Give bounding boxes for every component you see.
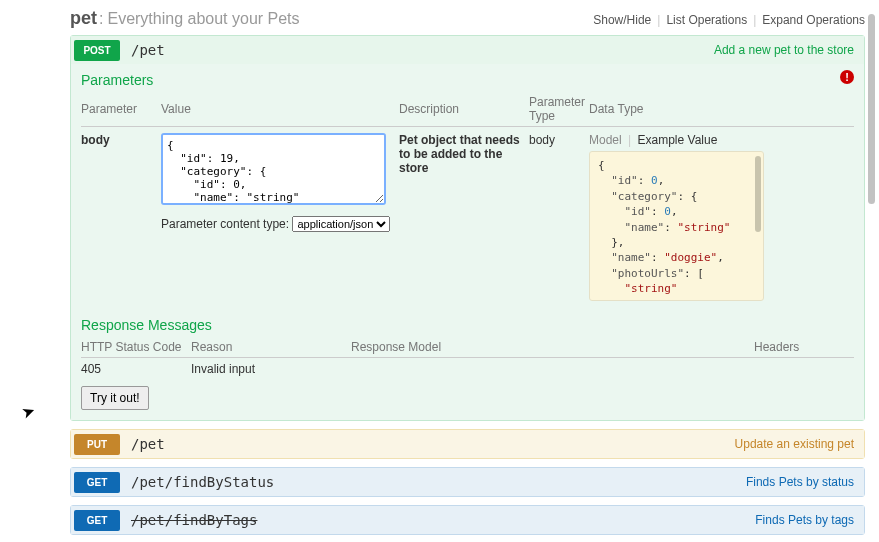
responses-table: HTTP Status Code Reason Response Model H… bbox=[81, 337, 854, 380]
operation-summary[interactable]: Update an existing pet bbox=[735, 437, 854, 451]
expand-operations-link[interactable]: Expand Operations bbox=[762, 13, 865, 27]
th-value: Value bbox=[161, 92, 399, 127]
th-headers: Headers bbox=[754, 337, 854, 358]
method-badge-put: PUT bbox=[74, 434, 120, 455]
reason: Invalid input bbox=[191, 358, 351, 381]
content-type-row: Parameter content type: application/json bbox=[161, 216, 395, 232]
th-response-model: Response Model bbox=[351, 337, 754, 358]
param-row-body: body Parameter content type: application… bbox=[81, 127, 854, 308]
operation-path-deprecated[interactable]: /pet/findByTags bbox=[131, 512, 257, 528]
status-code: 405 bbox=[81, 358, 191, 381]
try-it-out-button[interactable]: Try it out! bbox=[81, 386, 149, 410]
show-hide-link[interactable]: Show/Hide bbox=[593, 13, 651, 27]
example-value-box[interactable]: { "id": 0, "category": { "id": 0, "name"… bbox=[589, 151, 764, 301]
operation-header[interactable]: PUT /pet Update an existing pet bbox=[71, 430, 864, 458]
body-textarea[interactable] bbox=[161, 133, 386, 205]
th-reason: Reason bbox=[191, 337, 351, 358]
operation-summary[interactable]: Add a new pet to the store bbox=[714, 43, 854, 57]
th-param-type: Parameter Type bbox=[529, 92, 589, 127]
content-type-select[interactable]: application/json bbox=[292, 216, 390, 232]
pipe-separator: | bbox=[753, 13, 756, 27]
method-badge-post: POST bbox=[74, 40, 120, 61]
pipe-separator: | bbox=[628, 133, 631, 147]
method-badge-get: GET bbox=[74, 472, 120, 493]
operation-get-findbytags: GET /pet/findByTags Finds Pets by tags bbox=[70, 505, 865, 535]
response-messages-heading: Response Messages bbox=[81, 317, 854, 333]
signature-nav: Model | Example Value bbox=[589, 133, 764, 147]
operation-path[interactable]: /pet bbox=[131, 42, 165, 58]
parameters-table: Parameter Value Description Parameter Ty… bbox=[81, 92, 854, 307]
resource-name[interactable]: pet bbox=[70, 8, 97, 29]
param-type: body bbox=[529, 127, 589, 308]
operation-header[interactable]: GET /pet/findByStatus Finds Pets by stat… bbox=[71, 468, 864, 496]
operation-body: ! Parameters Parameter Value Description… bbox=[71, 64, 864, 420]
operation-post-pet: POST /pet Add a new pet to the store ! P… bbox=[70, 35, 865, 421]
operation-header[interactable]: GET /pet/findByTags Finds Pets by tags bbox=[71, 506, 864, 534]
parameters-heading: Parameters bbox=[81, 72, 854, 88]
example-value-tab[interactable]: Example Value bbox=[638, 133, 718, 147]
operation-get-findbystatus: GET /pet/findByStatus Finds Pets by stat… bbox=[70, 467, 865, 497]
method-badge-get: GET bbox=[74, 510, 120, 531]
pipe-separator: | bbox=[657, 13, 660, 27]
param-datatype-cell: Model | Example Value { "id": 0, "catego… bbox=[589, 127, 854, 308]
resource-header: pet : Everything about your Pets Show/Hi… bbox=[70, 8, 865, 29]
th-parameter: Parameter bbox=[81, 92, 161, 127]
param-value-cell: Parameter content type: application/json bbox=[161, 127, 399, 308]
operation-path[interactable]: /pet/findByStatus bbox=[131, 474, 274, 490]
param-description: Pet object that needs to be added to the… bbox=[399, 127, 529, 308]
operation-path[interactable]: /pet bbox=[131, 436, 165, 452]
th-status-code: HTTP Status Code bbox=[81, 337, 191, 358]
operation-put-pet: PUT /pet Update an existing pet bbox=[70, 429, 865, 459]
operation-header[interactable]: POST /pet Add a new pet to the store bbox=[71, 36, 864, 64]
list-operations-link[interactable]: List Operations bbox=[666, 13, 747, 27]
content-type-label: Parameter content type: bbox=[161, 217, 289, 231]
th-description: Description bbox=[399, 92, 529, 127]
operation-summary[interactable]: Finds Pets by tags bbox=[755, 513, 854, 527]
resource-actions: Show/Hide | List Operations | Expand Ope… bbox=[593, 13, 865, 27]
resource-description: Everything about your Pets bbox=[107, 10, 299, 28]
th-data-type: Data Type bbox=[589, 92, 854, 127]
example-scrollbar[interactable] bbox=[755, 156, 761, 232]
operation-summary[interactable]: Finds Pets by status bbox=[746, 475, 854, 489]
model-tab[interactable]: Model bbox=[589, 133, 622, 147]
param-name: body bbox=[81, 127, 161, 308]
colon-separator: : bbox=[99, 10, 103, 28]
page-scrollbar[interactable] bbox=[868, 14, 875, 204]
response-row: 405 Invalid input bbox=[81, 358, 854, 381]
warning-icon[interactable]: ! bbox=[840, 70, 854, 84]
